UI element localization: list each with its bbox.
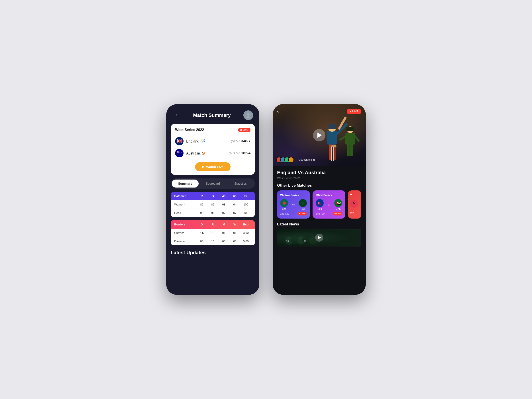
svg-rect-7 bbox=[328, 127, 330, 129]
live-matches-row: Walton Series Ban vs Pak 2nd T20 bbox=[277, 190, 361, 219]
partial-flag-area: 🏳 bbox=[350, 200, 360, 208]
svg-line-15 bbox=[340, 136, 345, 140]
watch-live-button[interactable]: Watch Live bbox=[195, 162, 231, 171]
australia-team-name: Australia 🏏 bbox=[186, 151, 226, 155]
mmn-team1-name: Nep bbox=[317, 208, 322, 210]
mmn-team1: 🇳🇵 Nep bbox=[316, 199, 324, 210]
live-match-card-walton[interactable]: Walton Series Ban vs Pak 2nd T20 bbox=[277, 190, 310, 219]
right-phone: ‹ LIVE +199 watching England Vs Australi… bbox=[273, 104, 366, 295]
table-row: Warner* 89 89 08 04 100 bbox=[171, 200, 255, 209]
nepal-flag-icon: 🇳🇵 bbox=[316, 199, 324, 207]
walton-format: 2nd T20 bbox=[280, 212, 289, 215]
right-content: England Vs Australia West Series 2022 Ot… bbox=[273, 166, 366, 295]
news-play-button[interactable] bbox=[315, 234, 323, 242]
bowlers-table-header: Bowlers O R M W Eco bbox=[171, 220, 255, 229]
bangladesh-flag-icon bbox=[280, 199, 288, 207]
walton-team1: Ban bbox=[280, 199, 288, 210]
tab-statistics[interactable]: Statistics bbox=[227, 180, 254, 188]
uae-flag-icon: 🇦🇪 bbox=[334, 199, 342, 207]
back-button[interactable]: ‹ bbox=[172, 111, 180, 119]
mmn-format: 2nd T20 bbox=[316, 212, 324, 215]
match-card: West Series 2022 LIVE 🇬🇧 England 🎾 (50 O… bbox=[171, 124, 255, 175]
walton-team2-name: Pak bbox=[301, 208, 305, 210]
svg-rect-10 bbox=[347, 144, 349, 156]
stumps-svg bbox=[330, 144, 337, 162]
svg-rect-12 bbox=[345, 133, 355, 145]
england-team-name: England 🎾 bbox=[186, 139, 228, 143]
team-row-australia: 🇦🇺 Australia 🏏 (34.3 OV) 182/4 bbox=[175, 147, 250, 159]
svg-line-16 bbox=[355, 136, 359, 141]
svg-rect-17 bbox=[331, 146, 332, 161]
walton-live-dot-icon bbox=[299, 213, 300, 214]
avatar[interactable] bbox=[243, 110, 253, 120]
latest-news-title: Latest News bbox=[277, 222, 361, 227]
live-dot-icon bbox=[240, 129, 242, 131]
svg-point-0 bbox=[247, 113, 250, 116]
play-triangle-icon bbox=[317, 133, 322, 138]
england-flag-icon: 🇬🇧 bbox=[175, 137, 184, 146]
live-match-card-partial[interactable]: W 🏳 1ST bbox=[348, 190, 361, 219]
partial-format: 1ST bbox=[350, 212, 360, 215]
left-phone: ‹ Match Summary West Series 2022 LIVE 🇬🇧… bbox=[166, 104, 259, 295]
other-live-matches-title: Other Live Matches bbox=[277, 183, 361, 188]
tab-summary[interactable]: Summary bbox=[172, 180, 199, 188]
table-row: Curran* 5.5 18 01 01 3.00 bbox=[171, 229, 255, 237]
watchers-count: +199 watching bbox=[298, 158, 315, 161]
svg-rect-19 bbox=[335, 146, 335, 161]
england-score: (50 OV) 348/7 bbox=[231, 139, 250, 143]
table-row: Dawson 03 15 00 00 5.00 bbox=[171, 237, 255, 245]
walton-teams: Ban vs Pak bbox=[280, 199, 307, 210]
svg-rect-18 bbox=[333, 146, 334, 161]
mmn-footer: 2nd T20 LIVE bbox=[316, 212, 342, 215]
svg-rect-14 bbox=[347, 127, 354, 131]
tab-scorecard[interactable]: Scorecard bbox=[200, 180, 226, 188]
walton-team2: Pak bbox=[299, 199, 307, 210]
partial-series-name: W bbox=[350, 193, 360, 196]
mmn-vs-label: vs bbox=[328, 203, 330, 206]
live-match-card-mmn[interactable]: MMN Series 🇳🇵 Nep vs 🇦🇪 UAE 2nd T20 bbox=[313, 190, 345, 219]
news-image[interactable]: 16 60 bbox=[277, 229, 361, 247]
mmn-live-dot-icon bbox=[335, 213, 336, 214]
fielder-svg bbox=[339, 120, 361, 160]
svg-text:16: 16 bbox=[286, 240, 289, 242]
svg-text:60: 60 bbox=[304, 240, 306, 242]
svg-rect-4 bbox=[327, 131, 337, 145]
mmn-series-name: MMN Series bbox=[316, 194, 342, 197]
pakistan-flag-icon bbox=[299, 199, 307, 207]
walton-team1-name: Ban bbox=[282, 208, 286, 210]
video-back-button[interactable]: ‹ bbox=[277, 109, 279, 114]
tabs-container: Summary Scorecard Statistics bbox=[171, 178, 255, 189]
latest-updates-title: Latest Updates bbox=[166, 245, 259, 256]
batsmen-table-header: Batsmen R B 4s 6s Sr bbox=[171, 192, 255, 200]
watcher-avatars bbox=[276, 157, 292, 163]
series-name: West Series 2022 bbox=[175, 128, 204, 132]
mmn-team2-name: UAE bbox=[336, 208, 341, 210]
svg-point-1 bbox=[246, 116, 250, 118]
partial-flag-icon: 🏳 bbox=[350, 200, 358, 208]
batsmen-table-body: Warner* 89 89 08 04 100 Head 99 96 07 07… bbox=[171, 200, 255, 217]
svg-rect-20 bbox=[331, 146, 336, 147]
australia-score: (34.3 OV) 182/4 bbox=[229, 151, 250, 155]
play-button[interactable] bbox=[313, 129, 325, 141]
mmn-live-badge: LIVE bbox=[333, 212, 342, 215]
walton-series-name: Walton Series bbox=[280, 194, 307, 197]
video-section: ‹ LIVE +199 watching bbox=[273, 104, 366, 166]
team-row-england: 🇬🇧 England 🎾 (50 OV) 348/7 bbox=[175, 135, 250, 147]
svg-rect-21 bbox=[331, 145, 336, 146]
walton-vs-label: vs bbox=[292, 203, 295, 206]
video-live-badge: LIVE bbox=[347, 109, 361, 114]
watcher-avatar bbox=[288, 157, 294, 163]
left-phone-header: ‹ Match Summary bbox=[166, 104, 259, 124]
right-match-title: England Vs Australia bbox=[277, 170, 361, 176]
australia-flag-icon: 🇦🇺 bbox=[175, 149, 184, 157]
avatar-image bbox=[243, 110, 253, 120]
live-badge: LIVE bbox=[238, 128, 250, 132]
watchers-area: +199 watching bbox=[276, 157, 315, 163]
right-match-series: West Series 2022 bbox=[277, 177, 361, 180]
table-row: Head 99 96 07 07 109 bbox=[171, 209, 255, 217]
bowlers-table-body: Curran* 5.5 18 01 01 3.00 Dawson 03 15 0… bbox=[171, 229, 255, 245]
walton-live-badge: LIVE bbox=[298, 212, 307, 215]
news-play-triangle-icon bbox=[318, 236, 321, 239]
match-card-header: West Series 2022 LIVE bbox=[175, 128, 250, 132]
mmn-team2: 🇦🇪 UAE bbox=[334, 199, 342, 210]
